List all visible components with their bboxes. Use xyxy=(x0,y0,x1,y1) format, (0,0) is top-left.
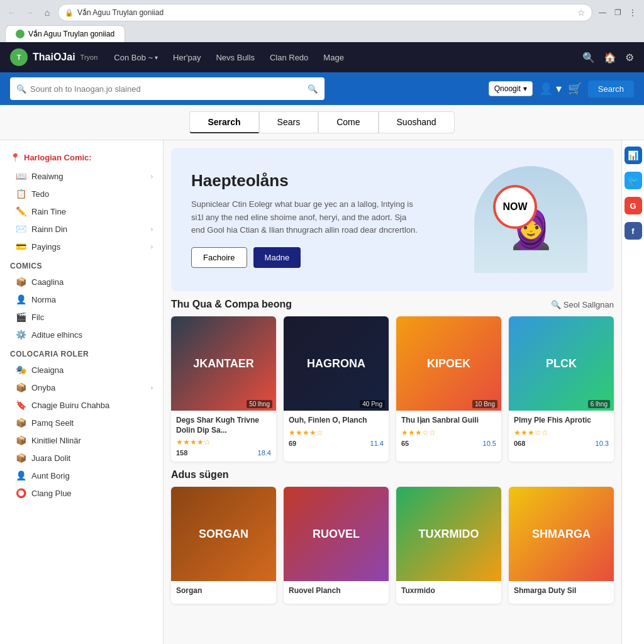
sidebar-item-clang[interactable]: ⭕Clang Plue xyxy=(0,484,163,502)
adult-section-title: Adus sügen xyxy=(171,469,229,480)
search-submit-button[interactable]: 🔍 xyxy=(308,84,318,94)
nav-item-clanredo[interactable]: Clan Redo xyxy=(264,49,314,66)
tab-title: Vắn Aguu Truylan goniiad xyxy=(28,30,114,38)
sidebar-item-tedo[interactable]: 📋Tedo xyxy=(0,185,163,203)
comic-card-4[interactable]: PLCK 6 lhng Plmy Ple Fhis Aprotic ★★★☆☆ … xyxy=(509,316,614,462)
tab-serarch[interactable]: Serarch xyxy=(189,111,258,133)
cover-text-4: PLCK xyxy=(509,316,614,411)
adult-comic-card-2[interactable]: RUOVEL Ruovel Planch xyxy=(284,487,389,604)
comic-info-3: Thu Iịan Sanbral Guili ★★★☆☆ 65 10.5 xyxy=(396,411,501,452)
user2-icon: 👤 xyxy=(15,470,26,480)
nav-item-conbob[interactable]: Con Bob ~ ▾ xyxy=(108,49,164,66)
sidebar-item-filc[interactable]: 🎬Filc xyxy=(0,308,163,326)
nav-item-herpay[interactable]: Her'pay xyxy=(167,49,207,66)
adult-comic-card-3[interactable]: TUXRMIDO Tuxrmido xyxy=(396,487,501,604)
search-button[interactable]: Search xyxy=(588,80,634,97)
tab-favicon xyxy=(16,30,25,38)
chevron-right-icon: › xyxy=(151,173,153,180)
gplus-icon-btn[interactable]: G xyxy=(625,197,642,214)
sidebar-item-raintine[interactable]: ✏️Rain Tine xyxy=(0,203,163,220)
sidebar-item-pamq[interactable]: 📦Pamq Seelt xyxy=(0,414,163,431)
sidebar-item-aditue[interactable]: ⚙️Aditue elhincs xyxy=(0,326,163,343)
tab-suoshand[interactable]: Suoshand xyxy=(379,111,455,133)
cart-icon[interactable]: 🛒 xyxy=(568,82,582,96)
box-icon: 📦 xyxy=(15,382,26,392)
back-button[interactable]: ← xyxy=(5,6,19,19)
sidebar-item-juara[interactable]: 📦Juara Dolit xyxy=(0,449,163,467)
see-all-button[interactable]: 🔍 Seol Sallgnan xyxy=(551,300,614,309)
logo-icon: T xyxy=(10,48,28,66)
sidebar-item-chagje[interactable]: 🔖Chagje Buiru Chahba xyxy=(0,396,163,414)
payment-icon: 💳 xyxy=(15,242,26,252)
nav-item-mage[interactable]: Mage xyxy=(317,49,350,66)
adult-info-1: Sorgan xyxy=(171,581,276,604)
sidebar-item-kinitliel[interactable]: 📦Kinitliel Nlinär xyxy=(0,431,163,449)
stats-icon-btn[interactable]: 📊 xyxy=(625,147,642,164)
sidebar-item-aunt[interactable]: 👤Aunt Borig xyxy=(0,467,163,484)
adult-info-4: Shmarga Duty Sil xyxy=(509,581,614,604)
maximize-button[interactable]: ❐ xyxy=(611,6,624,19)
user-icon[interactable]: 👤 ▾ xyxy=(539,82,562,96)
logo-sub: Tryon xyxy=(80,53,98,61)
language-selector[interactable]: Qnoogit ▾ xyxy=(489,81,533,96)
chapters-3: 10.5 xyxy=(483,440,496,447)
views-2: 69 xyxy=(289,440,296,447)
settings-icon[interactable]: ⚙ xyxy=(625,52,634,64)
madne-button[interactable]: Madne xyxy=(253,247,301,268)
comic-stars-4: ★★★☆☆ xyxy=(514,428,609,437)
minimize-button[interactable]: — xyxy=(596,6,609,19)
comic-card-3[interactable]: KIPOEK 10 Bng Thu Iịan Sanbral Guili ★★★… xyxy=(396,316,501,462)
app-logo[interactable]: T ThaiOJai Tryon xyxy=(10,48,97,66)
comic-title-2: Ouh, Finlen O, Planch xyxy=(289,416,384,426)
adult-cover-4: SHMARGA xyxy=(509,487,614,581)
cover-text-3: KIPOEK xyxy=(396,316,501,411)
search-input[interactable] xyxy=(30,84,308,94)
address-bar[interactable]: 🔒 Vắn Aguu Truylan goniiad ☆ xyxy=(58,4,592,21)
comics-group-label: Comics xyxy=(0,255,163,273)
featured-section: Thu Qua & Compa beong 🔍 Seol Sallgnan JK… xyxy=(171,299,614,462)
sidebar-item-payings[interactable]: 💳Payings › xyxy=(0,238,163,255)
adult-cover-2: RUOVEL xyxy=(284,487,389,581)
browser-menu-button[interactable]: ⋮ xyxy=(626,6,639,19)
sidebar: 📍 Harlogian Comic: 📖Reaiwng › 📋Tedo ✏️Ra… xyxy=(0,140,164,644)
chevron-down-icon: ▾ xyxy=(155,54,158,61)
hero-banner: Haepteolåns Supniclear Ctin Eolegr what … xyxy=(171,148,614,291)
fachoire-button[interactable]: Fachoire xyxy=(191,247,247,268)
tab-sears[interactable]: Sears xyxy=(259,111,319,133)
chapters-1: 18.4 xyxy=(258,449,271,457)
nav-items: Con Bob ~ ▾ Her'pay Nevs Bulls Clan Redo… xyxy=(108,49,572,66)
comic-card-2[interactable]: HAGRONA 40 Png Ouh, Finlen O, Planch ★★★… xyxy=(284,316,389,462)
home-button[interactable]: ⌂ xyxy=(40,6,54,19)
adult-cover-text-3: TUXRMIDO xyxy=(396,487,501,581)
box4-icon: 📦 xyxy=(15,453,26,463)
sidebar-item-rainndin[interactable]: ✉️Rainn Din › xyxy=(0,220,163,238)
adult-comic-card-1[interactable]: SORGAN Sorgan xyxy=(171,487,276,604)
chevron-right-icon: › xyxy=(151,384,153,391)
hero-image: NOW 🧕 xyxy=(468,163,594,276)
sidebar-item-onyba[interactable]: 📦Onyba › xyxy=(0,379,163,396)
sidebar-item-reaiwng[interactable]: 📖Reaiwng › xyxy=(0,167,163,185)
bookmark-icon[interactable]: ☆ xyxy=(577,8,586,18)
nav-item-nevsbulls[interactable]: Nevs Bulls xyxy=(209,49,260,66)
adult-cover-text-1: SORGAN xyxy=(171,487,276,581)
comic-stars-3: ★★★☆☆ xyxy=(401,428,496,437)
now-text: NOW xyxy=(493,185,537,229)
search-icon[interactable]: 🔍 xyxy=(582,52,595,64)
sidebar-item-norma[interactable]: 👤Norma xyxy=(0,291,163,308)
twitter-icon-btn[interactable]: 🐦 xyxy=(625,172,642,189)
adult-comic-grid: SORGAN Sorgan RUOVEL Ruovel Planch xyxy=(171,487,614,604)
tab-come[interactable]: Come xyxy=(318,111,378,133)
adult-cover-text-4: SHMARGA xyxy=(509,487,614,581)
hero-figure: NOW 🧕 xyxy=(474,166,587,273)
comic-title-4: Plmy Ple Fhis Aprotic xyxy=(514,416,609,426)
active-tab[interactable]: Vắn Aguu Truylan goniiad xyxy=(5,25,125,42)
share-icon-btn[interactable]: f xyxy=(625,222,642,240)
box2-icon: 📦 xyxy=(15,418,26,428)
adult-comic-card-4[interactable]: SHMARGA Shmarga Duty Sil xyxy=(509,487,614,604)
comic-card-1[interactable]: JKANTAER 50 lhng Degs Shar Kugh Trivne D… xyxy=(171,316,276,462)
home-icon[interactable]: 🏠 xyxy=(604,52,616,64)
forward-button[interactable]: → xyxy=(23,6,36,19)
sidebar-item-cleaigna[interactable]: 🎭Cleaigna xyxy=(0,361,163,379)
sidebar-item-caaglina[interactable]: 📦Caaglina xyxy=(0,273,163,291)
right-sidebar: 📊 🐦 G f xyxy=(621,140,644,644)
